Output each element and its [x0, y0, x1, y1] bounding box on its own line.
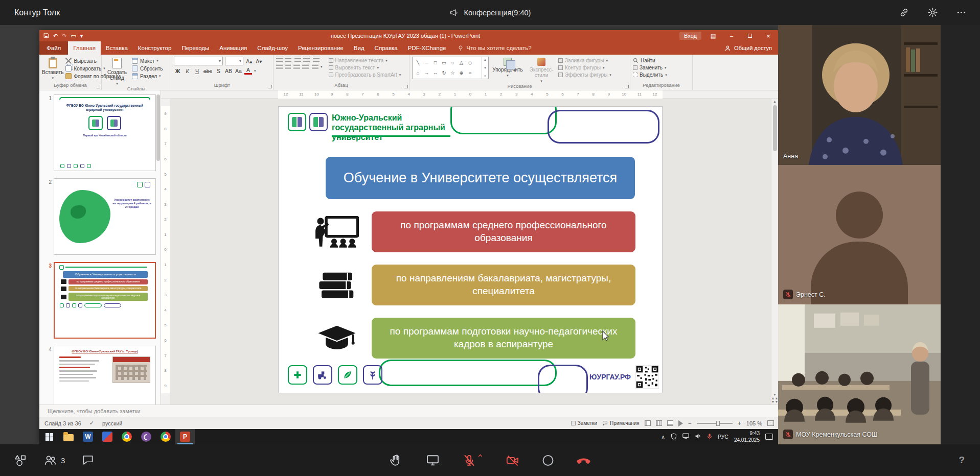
font-color-button[interactable]: А: [244, 67, 252, 75]
next-slide-icon[interactable]: ▼▼: [771, 400, 779, 403]
screen-share-button[interactable]: [425, 453, 440, 467]
qat-dropdown-icon[interactable]: ▾: [80, 33, 83, 39]
shape-glyph[interactable]: ◇: [466, 58, 474, 68]
arrange-button[interactable]: Упорядочить▾: [491, 57, 525, 83]
strikethrough-button[interactable]: abc: [203, 67, 213, 75]
thumbnails-scrollbar[interactable]: [156, 94, 160, 161]
tab-help[interactable]: Справка: [370, 41, 403, 55]
save-icon[interactable]: [43, 33, 49, 39]
participants-button[interactable]: 3: [43, 454, 65, 467]
settings-gear-icon[interactable]: [925, 5, 940, 20]
shape-glyph[interactable]: ⊕: [457, 68, 466, 78]
tab-design[interactable]: Конструктор: [133, 41, 177, 55]
justify-icon[interactable]: [302, 64, 309, 69]
signin-button[interactable]: Вход: [679, 32, 701, 40]
find-button[interactable]: Найти: [633, 58, 667, 63]
drawing-dialog-launcher[interactable]: [625, 85, 629, 88]
align-left-icon[interactable]: [276, 64, 283, 69]
slide-row-1[interactable]: по программам среднего профессионального…: [309, 211, 635, 252]
line-spacing-icon[interactable]: [313, 57, 320, 62]
tab-insert[interactable]: Вставка: [101, 41, 133, 55]
italic-button[interactable]: К: [184, 67, 191, 75]
columns-icon[interactable]: [312, 64, 318, 69]
text-direction-button[interactable]: Направление текста▾: [329, 58, 401, 63]
shape-outline-button[interactable]: Контур фигуры▾: [558, 65, 611, 70]
increase-indent-icon[interactable]: [303, 57, 310, 62]
tab-pdf-xchange[interactable]: PDF-XChange: [403, 41, 451, 55]
slide-canvas-area[interactable]: Южно-Уральский государственный аграрный …: [170, 99, 771, 404]
quick-styles-button[interactable]: Экспресс-стили▾: [527, 57, 556, 83]
fit-slide-icon[interactable]: [767, 420, 774, 426]
taskbar-icon-viber[interactable]: [136, 429, 156, 444]
paste-button[interactable]: Вставить▾: [42, 57, 63, 82]
undo-icon[interactable]: ↶: [53, 33, 58, 39]
redo-icon[interactable]: ↷: [62, 33, 66, 39]
leave-call-button[interactable]: [576, 453, 591, 468]
scroll-up-icon[interactable]: ▲: [773, 100, 777, 103]
language-indicator[interactable]: русский: [102, 420, 122, 426]
zoom-in-icon[interactable]: +: [738, 420, 741, 427]
scroll-down-icon[interactable]: ▼: [773, 393, 777, 396]
slide-thumbnail-3-selected[interactable]: Обучение в Университете осуществляется п…: [54, 262, 156, 339]
shapes-gallery-scroll[interactable]: ▲▼≡: [482, 57, 488, 79]
tab-view[interactable]: Вид: [349, 41, 370, 55]
slide-thumbnail-4[interactable]: ФГБОУ ВО Южно-Уральский ГАУ (г. Троицк): [54, 346, 156, 404]
taskbar-icon-chrome[interactable]: [117, 429, 136, 444]
shape-glyph[interactable]: ─: [422, 58, 431, 68]
camera-button[interactable]: [505, 454, 520, 467]
more-options-icon[interactable]: [953, 5, 969, 20]
slideshow-icon[interactable]: ▭: [71, 33, 76, 39]
tab-animations[interactable]: Анимация: [214, 41, 252, 55]
reset-button[interactable]: Сбросить: [132, 65, 163, 72]
change-case-button[interactable]: Аа: [235, 67, 242, 75]
shape-glyph[interactable]: →: [422, 68, 431, 78]
previous-slide-icon[interactable]: ▲▲: [771, 396, 779, 400]
horizontal-ruler[interactable]: 1211109876543210123456789101112: [161, 90, 778, 99]
slideshow-view-icon[interactable]: [678, 420, 683, 426]
shapes-gallery[interactable]: ╲─□▭○△◇⌂→↔↻☆⊕≈∟▽ ▲▼≡: [412, 57, 489, 79]
help-button[interactable]: ?: [959, 444, 965, 476]
zoom-slider-thumb[interactable]: [716, 421, 720, 426]
copy-link-icon[interactable]: [896, 5, 911, 20]
bold-button[interactable]: Ж: [174, 67, 181, 75]
scrollbar-thumb[interactable]: [773, 105, 777, 151]
current-slide[interactable]: Южно-Уральский государственный аграрный …: [278, 106, 663, 393]
tab-home[interactable]: Главная: [68, 41, 101, 55]
tray-expand-icon[interactable]: ∧: [662, 434, 665, 440]
shape-glyph[interactable]: □: [431, 58, 440, 68]
notes-pane[interactable]: Щелкните, чтобы добавить заметки: [39, 404, 778, 417]
align-text-button[interactable]: Выровнять текст▾: [329, 65, 401, 70]
shape-glyph[interactable]: ○: [448, 58, 457, 68]
zoom-slider[interactable]: [697, 423, 733, 424]
taskbar-clock[interactable]: 9:43 24.01.2025: [734, 430, 760, 443]
shrink-font-button[interactable]: А▾: [255, 57, 263, 65]
layout-button[interactable]: Макет▾: [132, 58, 163, 64]
decrease-indent-icon[interactable]: [294, 57, 301, 62]
tab-transitions[interactable]: Переходы: [176, 41, 214, 55]
replace-button[interactable]: Заменить▾: [633, 65, 667, 70]
shape-glyph[interactable]: ▽: [422, 78, 431, 79]
action-center-icon[interactable]: [765, 434, 773, 440]
ribbon-display-icon[interactable]: ▤: [706, 33, 720, 39]
close-button[interactable]: ×: [762, 32, 775, 40]
maximize-button[interactable]: [743, 33, 757, 39]
microphone-options-icon[interactable]: [477, 454, 483, 458]
start-button[interactable]: [39, 429, 59, 444]
microphone-button[interactable]: [462, 454, 483, 467]
participant-tile-anna[interactable]: Анна: [778, 25, 941, 165]
grow-font-button[interactable]: А▴: [245, 57, 253, 65]
zoom-level[interactable]: 105 %: [746, 420, 762, 426]
taskbar-icon-browser[interactable]: [156, 429, 175, 444]
font-color-dropdown-icon[interactable]: ▾: [254, 69, 256, 73]
shape-glyph[interactable]: ↻: [440, 68, 448, 78]
character-spacing-button[interactable]: АВ: [224, 67, 233, 75]
network-icon[interactable]: [682, 433, 689, 440]
speaker-icon[interactable]: [695, 433, 701, 440]
slide-thumbnail-2[interactable]: Университет расположен на территории 4 р…: [54, 178, 156, 255]
participant-tile-ernest[interactable]: Эрнест С.: [778, 165, 941, 305]
vertical-ruler[interactable]: 9876543210123456789: [161, 99, 170, 404]
font-size-combo[interactable]: ▾: [225, 57, 243, 65]
taskbar-icon-explorer[interactable]: [59, 429, 78, 444]
tab-slideshow[interactable]: Слайд-шоу: [252, 41, 293, 55]
slide-row-2[interactable]: по направлениям бакалавриата, магистрату…: [309, 265, 635, 305]
